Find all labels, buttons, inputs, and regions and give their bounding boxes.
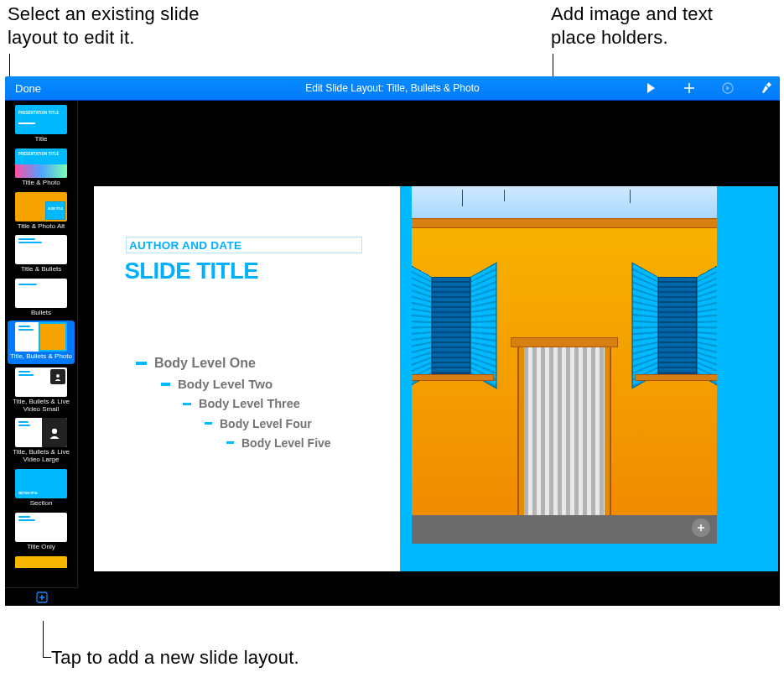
photo-window bbox=[413, 275, 489, 376]
plus-icon[interactable] bbox=[681, 80, 698, 96]
thumb-photo bbox=[15, 164, 67, 178]
photo-window bbox=[640, 275, 715, 376]
sidebar-item-title[interactable]: PRESENTATION TITLE Title bbox=[5, 103, 77, 147]
sidebar-item-section[interactable]: SECTION TITLE Section bbox=[5, 467, 77, 511]
thumb-video bbox=[42, 418, 67, 447]
sidebar-item-label: Title, Bullets & Live Video Large bbox=[8, 449, 74, 464]
svg-point-2 bbox=[52, 429, 57, 434]
sidebar-item-label: Bullets bbox=[31, 310, 51, 317]
sidebar-item-label: Title Only bbox=[27, 544, 55, 551]
sidebar-item-label: Title, Bullets & Live Video Small bbox=[8, 399, 74, 414]
sidebar-item-title-photo[interactable]: PRESENTATION TITLE Title & Photo bbox=[5, 147, 77, 190]
thumb-inset: SLIDE TITLE bbox=[45, 201, 65, 220]
callout-line bbox=[43, 642, 44, 657]
toolbar-title: Edit Slide Layout: Title, Bullets & Phot… bbox=[305, 82, 479, 94]
sidebar-item-label: Title & Photo Alt bbox=[18, 223, 65, 231]
photo-antenna bbox=[462, 190, 463, 206]
done-label: Done bbox=[15, 82, 41, 95]
layout-thumb bbox=[15, 418, 67, 447]
thumb-panel bbox=[15, 322, 39, 352]
thumb-lines bbox=[18, 516, 35, 523]
thumb-lines bbox=[18, 326, 34, 332]
sidebar-item-label: Title bbox=[35, 136, 48, 143]
sidebar-item-bullets[interactable]: Bullets bbox=[5, 277, 77, 321]
thumb-lines bbox=[18, 284, 37, 287]
bullet-dash bbox=[136, 362, 147, 365]
svg-point-1 bbox=[56, 374, 60, 378]
canvas[interactable]: AUTHOR AND DATE SLIDE TITLE Body Level O… bbox=[78, 101, 780, 606]
sidebar-item-label: Title, Bullets & Photo bbox=[10, 353, 72, 361]
layout-thumb bbox=[15, 279, 67, 308]
photo-shutter bbox=[470, 262, 497, 388]
body-level-4: Body Level Four bbox=[205, 418, 331, 430]
thumb-text: PRESENTATION TITLE bbox=[18, 150, 59, 156]
slide-title-placeholder[interactable]: SLIDE TITLE bbox=[124, 258, 258, 284]
author-date-text: AUTHOR AND DATE bbox=[129, 239, 241, 252]
thumb-lines bbox=[18, 238, 42, 245]
sidebar-item-label: Title & Bullets bbox=[21, 266, 62, 274]
photo-door bbox=[517, 342, 611, 517]
photo-sill bbox=[412, 374, 494, 381]
toolbar-actions bbox=[642, 76, 775, 100]
bullet-dash bbox=[183, 403, 191, 405]
bullet-dash bbox=[226, 441, 234, 444]
add-slide-button[interactable] bbox=[5, 587, 78, 606]
skip-icon[interactable] bbox=[719, 80, 736, 96]
callout-line bbox=[43, 657, 51, 658]
layout-thumb: SECTION TITLE bbox=[15, 469, 67, 498]
layout-thumb: PRESENTATION TITLE bbox=[15, 105, 67, 134]
photo-ground bbox=[412, 515, 717, 544]
photo-door-lintel bbox=[511, 337, 618, 347]
sidebar-item-title-bullets-photo[interactable]: Title, Bullets & Photo bbox=[8, 321, 75, 364]
body-text: Body Level Four bbox=[220, 418, 312, 430]
body-text: Body Level Two bbox=[178, 378, 273, 390]
done-button[interactable]: Done bbox=[5, 76, 51, 100]
callout-top-left: Select an existing slide layout to edit … bbox=[8, 3, 209, 49]
photo-shutter bbox=[697, 262, 717, 388]
callout-top-right: Add image and text place holders. bbox=[551, 3, 752, 49]
format-brush-icon[interactable] bbox=[758, 80, 775, 96]
sidebar-item-title-only[interactable]: Title Only bbox=[5, 511, 77, 555]
editor-body: PRESENTATION TITLE Title PRESENTATION TI… bbox=[5, 101, 780, 606]
body-text: Body Level Three bbox=[199, 398, 300, 410]
sidebar-item-title-bullets-live-small[interactable]: Title, Bullets & Live Video Small bbox=[5, 366, 77, 417]
callout-bottom: Tap to add a new slide layout. bbox=[51, 646, 299, 670]
sidebar-item-title-bullets-live-large[interactable]: Title, Bullets & Live Video Large bbox=[5, 416, 77, 467]
photo-shutter bbox=[631, 262, 658, 388]
photo-antenna bbox=[630, 190, 631, 203]
photo-antenna bbox=[504, 190, 505, 201]
photo-shutter bbox=[412, 262, 432, 388]
layout-sidebar: PRESENTATION TITLE Title PRESENTATION TI… bbox=[5, 101, 78, 606]
body-text: Body Level One bbox=[154, 357, 256, 370]
layout-thumb-partial[interactable] bbox=[15, 556, 67, 568]
play-icon[interactable] bbox=[642, 80, 659, 96]
thumb-text: SLIDE TITLE bbox=[48, 207, 63, 211]
layout-thumb bbox=[15, 322, 67, 352]
thumb-line bbox=[18, 122, 35, 124]
thumb-text: SECTION TITLE bbox=[18, 492, 38, 495]
slide[interactable]: AUTHOR AND DATE SLIDE TITLE Body Level O… bbox=[94, 186, 778, 571]
thumb-lines bbox=[18, 421, 30, 428]
bullet-dash bbox=[161, 383, 170, 386]
toolbar: Done Edit Slide Layout: Title, Bullets &… bbox=[5, 76, 780, 101]
author-date-placeholder[interactable]: AUTHOR AND DATE bbox=[126, 237, 362, 253]
thumb-video bbox=[50, 369, 65, 384]
body-level-1: Body Level One bbox=[136, 357, 331, 370]
sidebar-item-title-bullets[interactable]: Title & Bullets bbox=[5, 233, 77, 277]
layout-thumb bbox=[15, 367, 67, 397]
thumb-photo bbox=[40, 324, 65, 350]
photo-door-curtain bbox=[524, 347, 605, 517]
slide-content-panel: AUTHOR AND DATE SLIDE TITLE Body Level O… bbox=[94, 186, 400, 571]
image-placeholder[interactable] bbox=[412, 186, 717, 544]
media-plus-icon[interactable] bbox=[692, 519, 710, 537]
layout-thumb: PRESENTATION TITLE bbox=[15, 149, 67, 178]
body-text: Body Level Five bbox=[241, 437, 331, 449]
body-placeholder[interactable]: Body Level One Body Level Two Body Level… bbox=[136, 357, 331, 456]
body-level-5: Body Level Five bbox=[226, 437, 331, 449]
sidebar-item-title-photo-alt[interactable]: SLIDE TITLE Title & Photo Alt bbox=[5, 190, 77, 234]
photo-window-pane bbox=[432, 277, 470, 374]
layout-thumb bbox=[15, 235, 67, 264]
sidebar-item-label: Title & Photo bbox=[22, 180, 60, 187]
layout-thumb: SLIDE TITLE bbox=[15, 192, 67, 222]
sidebar-item-label: Section bbox=[30, 500, 53, 508]
